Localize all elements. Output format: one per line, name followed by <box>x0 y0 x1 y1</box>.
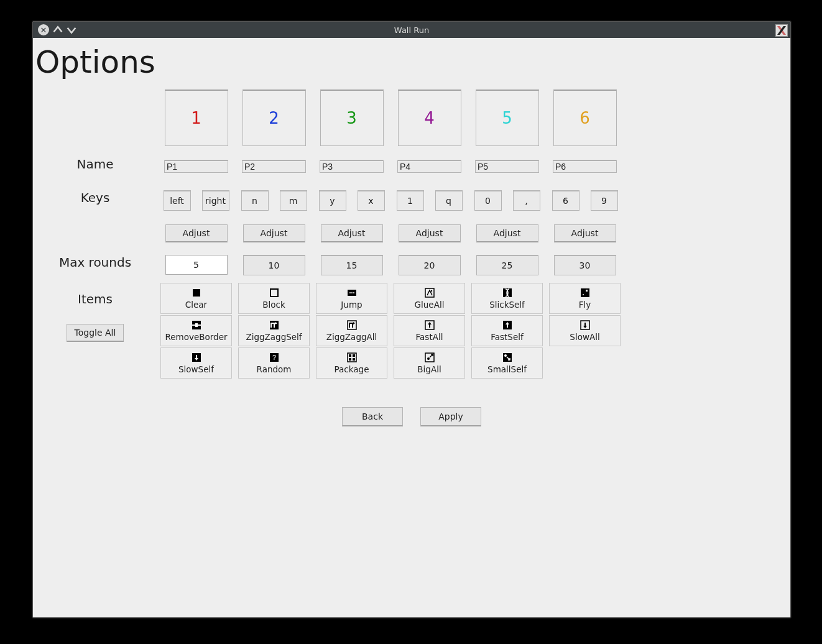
svg-rect-27 <box>353 354 355 357</box>
fly-icon <box>580 287 591 298</box>
key-right-p4[interactable]: q <box>435 190 463 211</box>
item-fastall[interactable]: FastAll <box>394 315 465 346</box>
jump-icon <box>346 287 358 298</box>
adjust-button-p3[interactable]: Adjust <box>321 224 383 242</box>
svg-point-5 <box>349 292 351 293</box>
name-input-p2[interactable] <box>242 160 306 173</box>
player-box-5[interactable]: 5 <box>476 90 539 146</box>
svg-point-31 <box>427 357 430 360</box>
label-max-rounds: Max rounds <box>33 248 157 277</box>
toggle-all-button[interactable]: Toggle All <box>67 324 124 342</box>
player-box-1[interactable]: 1 <box>165 90 228 146</box>
adjust-button-p5[interactable]: Adjust <box>476 224 538 242</box>
item-ziggzaggall[interactable]: ZiggZaggAll <box>316 315 387 346</box>
key-left-p1[interactable]: left <box>164 190 191 211</box>
apply-button[interactable]: Apply <box>420 407 481 426</box>
label-items: Items <box>78 292 113 306</box>
item-label: ZiggZaggSelf <box>246 332 302 342</box>
item-label: SlowSelf <box>178 364 214 374</box>
item-fastself[interactable]: FastSelf <box>471 315 543 346</box>
player-box-2[interactable]: 2 <box>242 90 306 146</box>
item-jump[interactable]: Jump <box>316 283 387 314</box>
svg-point-13 <box>583 294 584 295</box>
item-label: Jump <box>341 300 362 310</box>
item-slowself[interactable]: SlowSelf <box>160 347 232 379</box>
name-input-p6[interactable] <box>553 160 617 173</box>
name-input-p3[interactable] <box>320 160 384 173</box>
x11-logo-icon <box>775 24 788 37</box>
item-label: FastAll <box>416 332 443 342</box>
label-keys: Keys <box>33 182 157 213</box>
item-label: SmallSelf <box>487 364 527 374</box>
slickself-icon <box>502 287 513 298</box>
svg-rect-29 <box>353 358 355 361</box>
key-right-p6[interactable]: 9 <box>591 190 618 211</box>
block-icon <box>269 287 280 298</box>
item-label: Random <box>257 364 292 374</box>
player-num: 5 <box>502 109 512 127</box>
item-random[interactable]: ?Random <box>238 347 310 379</box>
rounds-10[interactable]: 10 <box>243 255 305 275</box>
item-fly[interactable]: Fly <box>549 283 621 314</box>
svg-point-7 <box>353 292 354 293</box>
player-num: 2 <box>269 109 279 127</box>
item-label: SlowAll <box>570 332 599 342</box>
svg-rect-3 <box>270 289 278 297</box>
ziggzaggall-icon <box>346 320 358 331</box>
item-slickself[interactable]: SlickSelf <box>471 283 543 314</box>
item-removeborder[interactable]: RemoveBorder <box>160 315 232 346</box>
svg-rect-12 <box>586 290 588 292</box>
player-box-4[interactable]: 4 <box>398 90 461 146</box>
item-label: RemoveBorder <box>165 332 227 342</box>
back-button[interactable]: Back <box>342 407 403 426</box>
player-box-3[interactable]: 3 <box>320 90 384 146</box>
svg-rect-2 <box>193 289 200 297</box>
svg-rect-28 <box>349 358 351 361</box>
key-right-p1[interactable]: right <box>202 190 229 211</box>
key-left-p3[interactable]: y <box>319 190 346 211</box>
item-clear[interactable]: Clear <box>160 283 232 314</box>
titlebar: ✕ Wall Run <box>33 22 790 38</box>
item-glueall[interactable]: GlueAll <box>394 283 465 314</box>
key-right-p3[interactable]: x <box>358 190 385 211</box>
name-input-p4[interactable] <box>397 160 461 173</box>
rounds-25[interactable]: 25 <box>476 255 538 275</box>
rounds-20[interactable]: 20 <box>399 255 461 275</box>
key-left-p2[interactable]: n <box>241 190 269 211</box>
package-icon <box>346 352 358 363</box>
svg-point-33 <box>504 354 507 357</box>
adjust-button-p2[interactable]: Adjust <box>243 224 305 242</box>
player-num: 3 <box>346 109 357 127</box>
item-label: BigAll <box>417 364 441 374</box>
item-bigall[interactable]: BigAll <box>394 347 465 379</box>
item-block[interactable]: Block <box>238 283 310 314</box>
item-ziggzaggself[interactable]: ZiggZaggSelf <box>238 315 310 346</box>
adjust-button-p4[interactable]: Adjust <box>399 224 461 242</box>
svg-text:?: ? <box>272 354 275 361</box>
key-left-p6[interactable]: 6 <box>552 190 580 211</box>
player-num: 4 <box>424 109 435 127</box>
item-slowall[interactable]: SlowAll <box>549 315 621 346</box>
adjust-button-p1[interactable]: Adjust <box>165 224 228 242</box>
name-input-p5[interactable] <box>475 160 539 173</box>
item-package[interactable]: Package <box>316 347 387 379</box>
removeborder-icon <box>191 320 202 331</box>
app-window: ✕ Wall Run Options 1 <box>32 21 791 618</box>
name-input-p1[interactable] <box>164 160 228 173</box>
key-right-p5[interactable]: , <box>513 190 540 211</box>
key-right-p2[interactable]: m <box>280 190 307 211</box>
rounds-15[interactable]: 15 <box>321 255 383 275</box>
key-left-p4[interactable]: 1 <box>397 190 424 211</box>
glueall-icon <box>424 287 435 298</box>
rounds-5[interactable]: 5 <box>165 255 228 275</box>
item-smallself[interactable]: SmallSelf <box>471 347 543 379</box>
player-box-6[interactable]: 6 <box>553 90 617 146</box>
label-name: Name <box>33 151 157 177</box>
slowall-icon <box>580 320 591 331</box>
rounds-30[interactable]: 30 <box>554 255 616 275</box>
item-label: ZiggZaggAll <box>326 332 377 342</box>
fastall-icon <box>424 320 435 331</box>
clear-icon <box>191 287 202 298</box>
adjust-button-p6[interactable]: Adjust <box>554 224 616 242</box>
key-left-p5[interactable]: 0 <box>474 190 502 211</box>
